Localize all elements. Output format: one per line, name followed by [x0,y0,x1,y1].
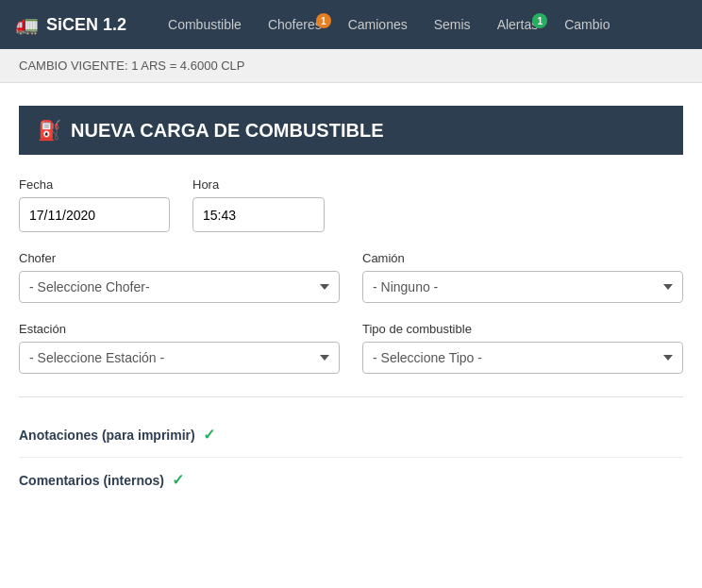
tipo-group: Tipo de combustible - Seleccione Tipo - [362,322,683,374]
chofer-camion-row: Chofer - Seleccione Chofer- Camión - Nin… [19,251,683,303]
chofer-label: Chofer [19,251,340,265]
fecha-group: Fecha ⊞ [19,177,170,232]
nav-camiones[interactable]: Camiones [337,11,419,38]
choferes-badge: 1 [316,13,331,28]
tipo-select[interactable]: - Seleccione Tipo - [362,342,683,374]
camion-label: Camión [362,251,683,265]
anotaciones-toggle[interactable]: Anotaciones (para imprimir) ✓ [19,426,683,444]
nav-combustible[interactable]: Combustible [157,11,253,38]
estacion-tipo-row: Estación - Seleccione Estación - Tipo de… [19,322,683,374]
nav-cambio[interactable]: Cambio [553,11,621,38]
nav-semis[interactable]: Semis [423,11,482,38]
estacion-label: Estación [19,322,340,336]
fecha-input[interactable] [20,200,170,230]
comentarios-chevron: ✓ [172,471,184,489]
estacion-select[interactable]: - Seleccione Estación - [19,342,340,374]
estacion-group: Estación - Seleccione Estación - [19,322,340,374]
chofer-group: Chofer - Seleccione Chofer- [19,251,340,303]
anotaciones-chevron: ✓ [203,426,215,444]
cambio-banner: CAMBIO VIGENTE: 1 ARS = 4.6000 CLP [0,49,702,83]
hora-group: Hora 🕐 [192,177,325,232]
nav-links: Combustible Choferes 1 Camiones Semis Al… [157,11,621,38]
nav-alertas[interactable]: Alertas 1 [486,11,550,38]
anotaciones-label: Anotaciones (para imprimir) [19,428,195,443]
truck-icon: 🚛 [15,13,39,36]
camion-group: Camión - Ninguno - [362,251,683,303]
comentarios-section: Comentarios (internos) ✓ [19,458,683,502]
camion-select[interactable]: - Ninguno - [362,271,683,303]
app-title: SiCEN 1.2 [46,15,126,35]
chofer-select[interactable]: - Seleccione Chofer- [19,271,340,303]
comentarios-label: Comentarios (internos) [19,473,164,488]
section-title: NUEVA CARGA DE COMBUSTIBLE [71,120,383,142]
hora-input-wrapper: 🕐 [192,197,325,232]
fecha-hora-row: Fecha ⊞ Hora 🕐 [19,177,683,232]
section-header: ⛽ NUEVA CARGA DE COMBUSTIBLE [19,106,683,155]
hora-label: Hora [192,177,325,192]
fecha-label: Fecha [19,177,170,192]
alertas-badge: 1 [532,13,547,28]
navbar: 🚛 SiCEN 1.2 Combustible Choferes 1 Camio… [0,0,702,49]
fecha-input-wrapper: ⊞ [19,197,170,232]
divider-1 [19,396,683,397]
hora-input[interactable] [193,200,325,230]
nav-choferes[interactable]: Choferes 1 [257,11,333,38]
tipo-label: Tipo de combustible [362,322,683,336]
fuel-icon: ⛽ [38,119,61,142]
app-brand: 🚛 SiCEN 1.2 [15,13,126,36]
main-content: ⛽ NUEVA CARGA DE COMBUSTIBLE Fecha ⊞ Hor… [0,83,702,525]
anotaciones-section: Anotaciones (para imprimir) ✓ [19,412,683,458]
comentarios-toggle[interactable]: Comentarios (internos) ✓ [19,471,683,489]
